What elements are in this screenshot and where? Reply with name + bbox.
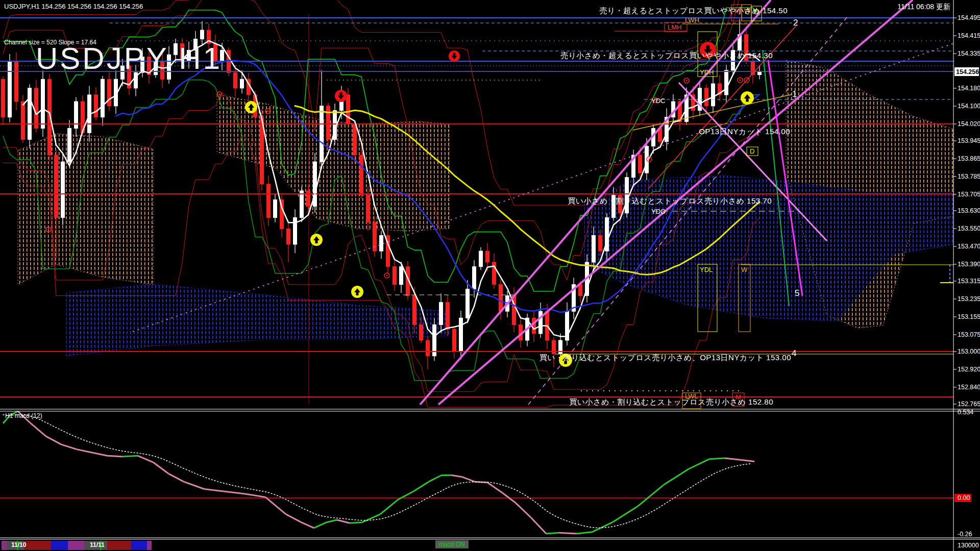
macd-main-line [531,517,546,534]
chart-canvas[interactable]: LWHLMHMWDYDHYDCYDOYDLWDLWLM2154 154.4951… [0,0,980,551]
macd-main-line [265,497,286,514]
macd-main-line [740,460,754,461]
macd-main-line [612,506,638,522]
candle-down [108,79,111,106]
macd-main-line [452,475,462,477]
candle-up [274,199,277,217]
macd-main-line [225,491,245,494]
candle-down [287,229,290,244]
price-label: 153.705 [958,191,980,198]
dot-circle-marker [684,78,689,83]
macd-indicator-label: H1 macd (12) [5,412,42,419]
candle-up [300,191,304,217]
candle-up [625,178,629,213]
annotation-buy-153-00: 買い・割り込むとストップロス売り小さめ、OP13日NYカット 153.00 [540,353,791,363]
candle-up [466,289,470,318]
candle-down [426,340,430,356]
candle-down [234,72,237,88]
candle-down [366,195,370,222]
candle-down [15,61,18,102]
candle-down [639,155,642,173]
macd-main-line [204,489,225,492]
annotation-sell-154-50: 売り・超えるとストップロス買いやや小さめ 154.50 [599,6,788,16]
macd-main-line [286,514,301,522]
date-label-11-10: 11/10 [11,541,26,548]
date-label-11-11: 11/11 [90,541,105,548]
macd-scale-label: 0.00 [958,494,970,502]
price-label: 153.390 [958,261,980,268]
macd-scale-label: 0.534 [958,409,973,416]
macd-main-line [362,514,380,522]
candle-up [61,162,65,217]
price-label: 153.075 [958,331,980,338]
macd-main-line [350,522,362,523]
price-axis[interactable]: 154.495154.415154.335154.180154.100154.0… [953,0,980,551]
macd-main-line [559,533,577,534]
buy-arrow-marker [741,91,754,105]
price-label: 153.630 [958,207,980,214]
candle-up [201,30,204,39]
cloud-area [18,134,153,285]
sell-arrow-marker [449,51,460,62]
macd-main-line [314,522,327,528]
price-label: 153.470 [958,243,980,250]
candle-down [327,106,330,140]
candle-down [267,184,271,218]
macd-main-line [546,533,559,534]
candle-down [21,102,25,139]
price-label: 154.415 [958,32,980,39]
annotation-buy-152-80: 買い小さめ・割り込むとストップロス売り小さめ 152.80 [569,397,773,407]
macd-main-line [184,482,204,489]
session-segment [2,541,7,550]
candle-up [592,235,596,262]
candle-down [599,235,602,251]
candle-up [712,84,715,106]
price-label: 153.235 [958,295,980,303]
level-tag-LMH: LMH [668,23,681,31]
dot-circle-marker [744,78,749,83]
level-tag-4: 4 [792,348,796,358]
macd-main-line [577,532,592,534]
candle-up [28,88,32,140]
macd-main-line [462,477,475,482]
annotation-op-154-00: OP13日NYカット 154.00 [699,127,790,137]
session-segment [68,541,84,550]
candle-down [55,155,58,217]
candle-down [579,285,582,296]
dot-circle-marker [384,273,389,278]
level-tag-YDO: YDO [651,208,666,215]
level-tag-YDC: YDC [651,97,665,105]
macd-main-line [31,423,46,436]
macd-main-line [689,459,709,469]
candle-up [8,61,12,117]
candle-up [439,303,443,325]
level-tag-YDH: YDH [700,68,714,76]
level-tag-W: W [741,266,748,273]
annotation-sell-154-30: 売り小さめ・超えるとストップロス買いやや小さめ 154.30 [560,51,773,61]
macd-main-line [380,499,398,514]
macd-main-line [245,494,265,497]
candle-up [68,129,71,162]
candle-down [499,285,503,311]
price-label: 153.315 [958,278,980,285]
macd-main-line [413,482,429,491]
macd-on-button[interactable]: macd ON [435,540,469,548]
macd-main-line [138,456,153,462]
macd-main-line [638,485,664,506]
macd-scale-label: -0.26 [958,531,972,538]
candle-up [41,79,45,128]
macd-main-line [77,449,92,453]
macd-scale-label: 130000 [958,542,979,549]
macd-main-line [46,436,61,444]
channel-info: Channel size = 520 Slope = 17.64 [4,39,96,46]
session-segment [51,541,68,550]
price-label: 154.100 [958,103,980,110]
candle-down [453,329,456,352]
level-tag-D: D [750,147,754,155]
price-label: 153.865 [958,155,980,162]
candle-down [347,95,350,124]
session-segment [131,541,147,550]
macd-main-line [107,456,122,457]
candle-up [539,311,543,334]
level-tag-2: 2 [793,18,798,28]
